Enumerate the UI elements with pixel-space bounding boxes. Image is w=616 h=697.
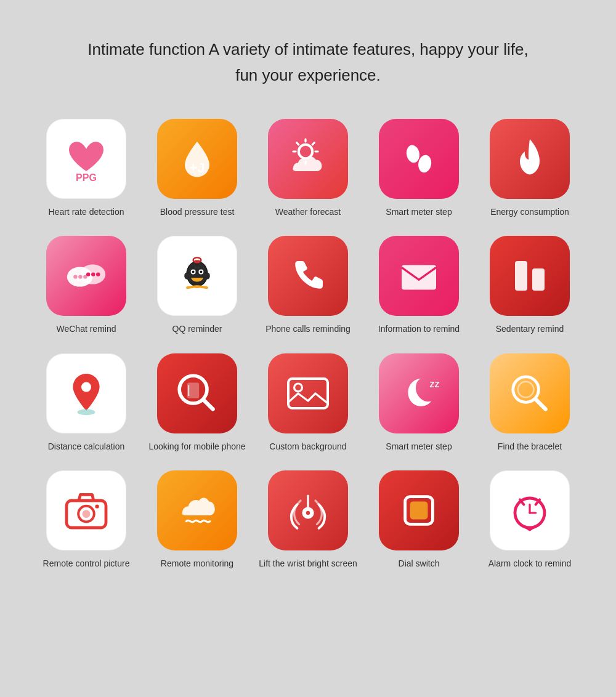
svg-point-2 <box>299 145 312 158</box>
svg-point-17 <box>91 273 95 276</box>
icon-box-distance <box>46 353 126 433</box>
icon-box-custom-bg <box>268 353 348 433</box>
label-energy: Energy consumption <box>490 206 569 217</box>
icon-box-energy <box>490 119 570 199</box>
svg-rect-32 <box>532 268 545 291</box>
svg-line-7 <box>297 143 299 145</box>
icon-box-remote-monitor <box>157 470 237 550</box>
header-line2: fun your experience. <box>87 63 528 89</box>
icon-box-find-phone <box>157 353 237 433</box>
icon-box-remote-pic <box>46 470 126 550</box>
icon-box-weather <box>268 119 348 199</box>
feature-item-blood-pressure[interactable]: +J Blood pressure test <box>142 119 253 217</box>
svg-point-10 <box>417 154 432 174</box>
feature-item-wrist-bright[interactable]: Lift the wrist bright screen <box>253 470 363 569</box>
feature-item-heart-rate[interactable]: PPG Heart rate detection <box>31 119 142 217</box>
svg-rect-38 <box>288 379 328 408</box>
icon-box-alarm <box>490 470 570 550</box>
label-distance: Distance calculation <box>48 441 125 452</box>
label-weather: Weather forecast <box>275 206 341 217</box>
svg-point-23 <box>192 271 195 273</box>
icon-box-find-bracelet <box>490 353 570 433</box>
label-smart-step: Smart meter step <box>386 206 452 217</box>
icon-box-dial <box>379 470 459 550</box>
feature-item-phone[interactable]: Phone calls reminding <box>253 236 363 334</box>
label-smart-step2: Smart meter step <box>386 441 452 452</box>
feature-item-remote-monitor[interactable]: Remote monitoring <box>142 470 253 569</box>
feature-item-info[interactable]: Information to remind <box>363 236 474 334</box>
label-dial: Dial switch <box>399 558 440 569</box>
feature-item-weather[interactable]: Weather forecast <box>253 119 363 217</box>
feature-grid: PPG Heart rate detection +J Blood pressu… <box>0 113 616 594</box>
svg-line-8 <box>312 143 314 145</box>
feature-item-find-phone[interactable]: Looking for mobile phone <box>142 353 253 452</box>
svg-rect-31 <box>515 261 527 291</box>
feature-item-qq[interactable]: QQ reminder <box>142 236 253 334</box>
icon-box-wrist-bright <box>268 470 348 550</box>
svg-text:PPG: PPG <box>76 172 97 183</box>
label-wrist-bright: Lift the wrist bright screen <box>259 558 357 569</box>
svg-point-20 <box>187 262 207 286</box>
icon-box-wechat <box>46 236 126 316</box>
feature-item-sedentary[interactable]: Sedentary remind <box>474 236 585 334</box>
feature-item-find-bracelet[interactable]: Find the bracelet <box>474 353 585 452</box>
svg-point-46 <box>83 510 91 518</box>
svg-point-42 <box>518 381 534 397</box>
icon-box-blood-pressure: +J <box>157 119 237 199</box>
svg-rect-52 <box>410 501 428 519</box>
feature-item-dial[interactable]: Dial switch <box>363 470 474 569</box>
svg-text:ZZ: ZZ <box>430 380 440 389</box>
svg-point-24 <box>200 271 202 273</box>
icon-box-info <box>379 236 459 316</box>
svg-point-9 <box>405 144 421 164</box>
svg-text:+J: +J <box>189 161 205 176</box>
label-find-bracelet: Find the bracelet <box>498 441 562 452</box>
feature-item-alarm[interactable]: Alarm clock to remind <box>474 470 585 569</box>
feature-item-remote-pic[interactable]: Remote control picture <box>31 470 142 569</box>
icon-box-qq <box>157 236 237 316</box>
label-wechat: WeChat remind <box>56 323 116 334</box>
svg-point-34 <box>78 409 95 415</box>
icon-box-smart-step <box>379 119 459 199</box>
header-line1: Intimate function A variety of intimate … <box>87 37 528 63</box>
icon-box-smart-step2: ZZ <box>379 353 459 433</box>
svg-point-27 <box>205 273 210 280</box>
label-remote-pic: Remote control picture <box>43 558 130 569</box>
label-find-phone: Looking for mobile phone <box>148 441 245 452</box>
feature-item-custom-bg[interactable]: Custom background <box>253 353 363 452</box>
svg-line-43 <box>536 399 546 409</box>
label-phone: Phone calls reminding <box>265 323 351 334</box>
label-heart-rate: Heart rate detection <box>49 206 124 217</box>
svg-point-14 <box>78 275 82 279</box>
label-blood-pressure: Blood pressure test <box>160 206 235 217</box>
header: Intimate function A variety of intimate … <box>38 0 577 113</box>
svg-point-39 <box>294 384 302 392</box>
svg-rect-30 <box>402 265 436 290</box>
icon-box-sedentary <box>490 236 570 316</box>
label-remote-monitor: Remote monitoring <box>161 558 233 569</box>
icon-box-heart-rate: PPG <box>46 119 126 199</box>
feature-item-smart-step2[interactable]: ZZ Smart meter step <box>363 353 474 452</box>
label-info: Information to remind <box>378 323 460 334</box>
svg-point-26 <box>184 273 189 280</box>
svg-point-16 <box>86 273 90 276</box>
label-sedentary: Sedentary remind <box>496 323 564 334</box>
feature-item-energy[interactable]: Energy consumption <box>474 119 585 217</box>
feature-item-wechat[interactable]: WeChat remind <box>31 236 142 334</box>
svg-point-49 <box>306 511 310 515</box>
svg-point-33 <box>81 382 91 392</box>
label-alarm: Alarm clock to remind <box>488 558 572 569</box>
svg-point-13 <box>73 275 77 279</box>
label-custom-bg: Custom background <box>269 441 346 452</box>
svg-line-36 <box>203 400 213 409</box>
label-qq: QQ reminder <box>172 323 222 334</box>
feature-item-distance[interactable]: Distance calculation <box>31 353 142 452</box>
svg-point-47 <box>95 504 99 508</box>
svg-point-18 <box>96 273 100 276</box>
icon-box-phone <box>268 236 348 316</box>
feature-item-smart-step[interactable]: Smart meter step <box>363 119 474 217</box>
